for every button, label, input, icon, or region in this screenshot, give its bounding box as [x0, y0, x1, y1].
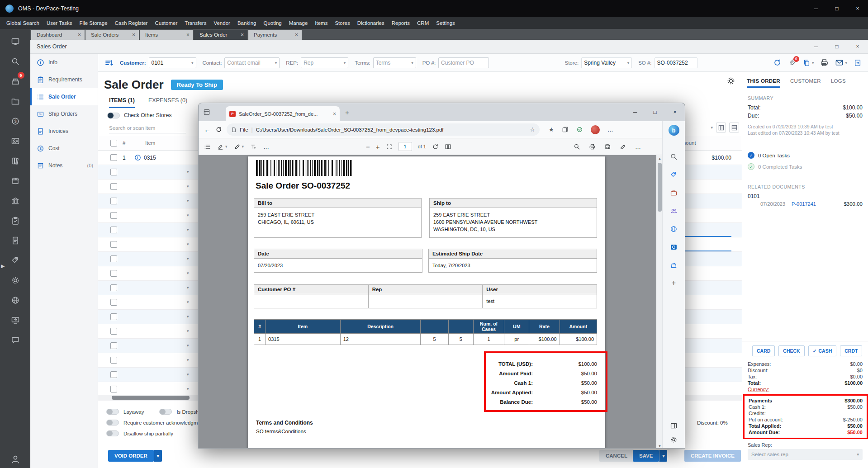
item-combo-chevron-icon[interactable]: ▾	[187, 271, 189, 275]
menu-item[interactable]: Settings	[432, 20, 459, 26]
item-combo-chevron-icon[interactable]: ▾	[187, 256, 189, 261]
tasks-icon[interactable]	[5, 211, 25, 231]
check-other-stores-toggle[interactable]	[107, 113, 120, 118]
highlighter-icon[interactable]: ▾	[217, 143, 228, 150]
email-icon[interactable]: ▾	[835, 58, 847, 67]
row-checkbox[interactable]	[110, 227, 117, 233]
item-combo-chevron-icon[interactable]: ▾	[187, 242, 189, 246]
money-icon[interactable]: $	[5, 111, 25, 131]
row-checkbox[interactable]	[110, 357, 117, 364]
extensions-icon[interactable]	[576, 126, 583, 133]
menu-item[interactable]: Reports	[388, 20, 413, 26]
favorite-star-icon[interactable]: ☆	[530, 126, 535, 133]
doc-tab[interactable]: Payments×	[248, 30, 302, 40]
close-icon[interactable]: ×	[78, 32, 81, 38]
row-checkbox[interactable]	[110, 342, 117, 349]
close-icon[interactable]: ×	[132, 32, 135, 38]
void-order-label[interactable]: VOID ORDER	[108, 450, 154, 462]
add-text-icon[interactable]	[250, 143, 257, 150]
toc-icon[interactable]	[204, 143, 211, 150]
export-icon[interactable]	[854, 59, 862, 67]
doc-tab[interactable]: Items×	[140, 30, 193, 40]
zoom-in-icon[interactable]: +	[376, 143, 380, 151]
contacts-icon[interactable]	[5, 131, 25, 151]
menu-item[interactable]: Quoting	[260, 20, 285, 26]
terms-input[interactable]	[376, 60, 410, 66]
menu-item[interactable]: Manage	[285, 20, 312, 26]
chevron-down-icon[interactable]: ▾	[242, 144, 244, 149]
tab-customer[interactable]: CUSTOMER	[790, 78, 821, 88]
item-search-input[interactable]	[109, 123, 186, 133]
chevron-down-icon[interactable]: ▾	[627, 61, 630, 65]
tab-logs[interactable]: LOGS	[831, 78, 846, 88]
open-tasks-row[interactable]: ✓ 0 Open Tasks	[742, 150, 868, 161]
item-combo-chevron-icon[interactable]: ▾	[187, 343, 189, 348]
item-combo-chevron-icon[interactable]: ▾	[187, 387, 189, 391]
new-tab-icon[interactable]: +	[345, 109, 349, 116]
settings-icon[interactable]	[5, 270, 25, 290]
row-checkbox[interactable]	[110, 255, 117, 262]
row-checkbox[interactable]	[110, 154, 117, 161]
require-ack-toggle[interactable]	[106, 420, 119, 425]
menu-item[interactable]: Dictionaries	[354, 20, 388, 26]
settings-icon[interactable]	[670, 436, 678, 444]
item-combo-chevron-icon[interactable]: ▾	[187, 184, 189, 189]
chevron-down-icon[interactable]: ▾	[344, 61, 346, 65]
void-order-button[interactable]: VOID ORDER ▾	[108, 450, 162, 462]
cancel-button[interactable]: CANCEL	[599, 450, 634, 462]
chevron-down-icon[interactable]: ▾	[857, 452, 859, 457]
sales-rep-select[interactable]: Select sales rep ▾	[748, 449, 863, 460]
chevron-down-icon[interactable]: ▾	[225, 144, 228, 149]
sort-menu-icon[interactable]	[104, 58, 114, 67]
save-chevron-icon[interactable]: ▾	[659, 450, 667, 462]
attachment-icon[interactable]: 0	[788, 59, 796, 67]
tab-actions-icon[interactable]	[203, 109, 210, 116]
item-combo-chevron-icon[interactable]: ▾	[187, 300, 189, 304]
rep-field[interactable]: ▾	[301, 57, 348, 68]
catalog-icon[interactable]	[5, 151, 25, 171]
close-icon[interactable]: ×	[186, 32, 190, 38]
menu-item[interactable]: CRM	[413, 20, 432, 26]
favorites-bar-icon[interactable]: ★	[549, 126, 554, 133]
scroll-down-icon[interactable]: ▼	[658, 443, 661, 449]
page-number-input[interactable]	[398, 142, 412, 151]
grid-columns-icon[interactable]	[716, 123, 726, 132]
sidebar-item-invoices[interactable]: Invoices	[30, 123, 98, 140]
order-settings-gear-icon[interactable]	[726, 76, 735, 85]
scroll-up-icon[interactable]: ▲	[658, 155, 661, 162]
tab-this-order[interactable]: THIS ORDER	[747, 78, 780, 88]
minimize-icon[interactable]: ─	[806, 0, 826, 17]
rotate-icon[interactable]	[432, 143, 439, 150]
pdf-menu-icon[interactable]: …	[635, 143, 641, 150]
row-checkbox[interactable]	[110, 183, 117, 190]
people-icon[interactable]	[663, 202, 685, 220]
cash-button[interactable]: ✓CASH	[808, 345, 837, 356]
sidebar-item-requirements[interactable]: Requirements	[30, 71, 98, 88]
row-checkbox[interactable]	[110, 313, 117, 320]
item-combo-chevron-icon[interactable]: ▾	[187, 285, 189, 290]
search-icon[interactable]	[574, 143, 580, 150]
row-checkbox[interactable]	[110, 169, 117, 175]
profile-avatar[interactable]	[591, 125, 600, 134]
rep-input[interactable]	[304, 60, 342, 66]
sidebar-item-notes[interactable]: Notes (0)	[30, 157, 98, 174]
currency-link[interactable]: Currency:	[748, 387, 769, 392]
close-icon[interactable]: ×	[847, 0, 868, 17]
minimize-icon[interactable]: ─	[625, 103, 645, 121]
doc-tab[interactable]: Sales Order×	[194, 30, 247, 40]
row-checkbox[interactable]	[110, 241, 117, 248]
copy-icon[interactable]: ▾	[802, 59, 814, 67]
item-combo-chevron-icon[interactable]: ▾	[187, 199, 189, 203]
edit-icon[interactable]	[620, 143, 626, 150]
copilot-icon[interactable]: b	[669, 125, 679, 136]
tab-items[interactable]: ITEMS (1)	[109, 97, 135, 108]
item-info-icon[interactable]	[134, 154, 141, 161]
minimize-icon[interactable]: ─	[806, 40, 826, 53]
menu-item[interactable]: Stores	[331, 20, 353, 26]
is-dropship-toggle[interactable]	[159, 409, 172, 415]
refresh-icon[interactable]	[215, 126, 222, 133]
bank-icon[interactable]	[5, 191, 25, 211]
po-input[interactable]	[441, 60, 486, 66]
print-icon[interactable]	[820, 58, 829, 67]
globe-icon[interactable]	[663, 220, 685, 238]
